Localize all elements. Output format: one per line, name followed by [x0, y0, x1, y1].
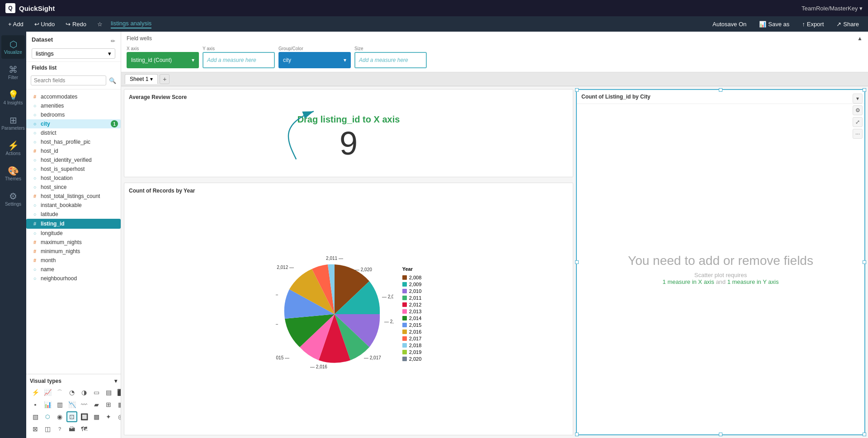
sidebar-item-parameters[interactable]: ⊞ Parameters [1, 111, 25, 135]
legend-2016: 2,016 [402, 329, 422, 334]
vt-tree[interactable]: ▧ [30, 411, 41, 422]
autosave-toggle[interactable]: Autosave On [709, 20, 750, 28]
vt-word[interactable]: 🔲 [79, 411, 90, 422]
search-icon[interactable]: 🔍 [109, 77, 116, 84]
vt-map[interactable]: ⊠ [30, 424, 41, 434]
add-sheet-button[interactable]: + [160, 74, 170, 84]
dataset-selector[interactable]: listings ▾ [32, 48, 115, 59]
vt-line2[interactable]: 📉 [66, 399, 77, 410]
visual-types-section: Visual types ▾ ⚡ 📈 ⌒ ◔ ◑ ▭ ▤ ⬛ ▪ 📊 ▥ 📉 〰… [26, 374, 121, 438]
field-item-neighbourhood[interactable]: ○ neighbourhood [26, 274, 121, 283]
dimension-icon: ○ [32, 139, 38, 145]
vt-hex[interactable]: ⬡ [42, 411, 53, 422]
field-item-host_is_superhost[interactable]: ○ host_is_superhost [26, 165, 121, 174]
vt-bar-combo[interactable]: 📊 [42, 399, 53, 410]
field-item-listing_id[interactable]: # listing_id [26, 219, 121, 229]
vt-gauge[interactable]: ▰ [91, 399, 102, 410]
sheet-tab-1[interactable]: Sheet 1 ▾ [125, 74, 158, 84]
vt-heatmap[interactable]: ▦ [115, 399, 121, 410]
vt-custom[interactable]: ? [54, 424, 65, 434]
field-item-minimum_nights[interactable]: # minimum_nights [26, 247, 121, 256]
undo-button[interactable]: ↩ Undo [32, 20, 58, 28]
field-item-city[interactable]: ○ city 1 [26, 119, 121, 128]
vt-bar-h[interactable]: ▭ [91, 387, 102, 398]
avg-review-panel[interactable]: Average Review Score Drag listing_id to … [124, 89, 573, 177]
vt-pivot[interactable]: ⊞ [103, 399, 114, 410]
size-box[interactable]: Add a measure here [354, 52, 427, 68]
vt-bar-v[interactable]: ⬛ [115, 387, 121, 398]
sidebar-item-settings[interactable]: ⚙ Settings [1, 187, 25, 211]
field-item-latitude[interactable]: ○ latitude [26, 210, 121, 219]
y-axis-box[interactable]: Add a measure here [203, 52, 275, 68]
dimension-icon: ○ [32, 166, 38, 172]
vt-table[interactable]: ▪ [30, 399, 41, 410]
field-name: city [41, 121, 50, 127]
vt-donut[interactable]: ◔ [66, 387, 77, 398]
sidebar-item-visualize[interactable]: ⬡ Visualize [1, 35, 25, 59]
field-item-host_id[interactable]: # host_id [26, 146, 121, 155]
scatter-more-btn[interactable]: ··· [853, 129, 863, 139]
analysis-title[interactable]: listings analysis [111, 20, 151, 28]
field-item-maximum_nights[interactable]: # maximum_nights [26, 238, 121, 247]
vt-mountain[interactable]: 🏔 [66, 424, 77, 434]
sidebar-item-insights[interactable]: 💡 4 Insights [1, 86, 25, 109]
field-item-instant_bookable[interactable]: ○ instant_bookable [26, 201, 121, 210]
vt-target[interactable]: ◎ [115, 411, 121, 422]
visual-types-header[interactable]: Visual types ▾ [30, 378, 117, 384]
export-button[interactable]: ↑ Export [798, 20, 827, 28]
vt-fill[interactable]: ◫ [42, 424, 53, 434]
field-item-amenities[interactable]: ○ amenities [26, 101, 121, 110]
sidebar-item-filter[interactable]: ⌘ Filter [1, 61, 25, 84]
x-axis-box[interactable]: listing_id (Count) ▾ [127, 52, 199, 68]
field-item-host_location[interactable]: ○ host_location [26, 174, 121, 183]
vt-radar[interactable]: ✦ [103, 411, 114, 422]
size-placeholder: Add a measure here [359, 57, 422, 63]
vt-line[interactable]: 📈 [42, 387, 53, 398]
scatter-expand-btn[interactable]: ⤢ [853, 117, 863, 127]
pie-svg: — 2,020 — 2,019 — 2,018 — 2,017 — 2,016 … [276, 255, 393, 373]
share-button[interactable]: ↗ Share [833, 20, 863, 28]
field-item-longitude[interactable]: ○ longitude [26, 229, 121, 238]
sidebar-label-visualize: Visualize [4, 50, 22, 55]
svg-text:— 2,017: — 2,017 [364, 355, 381, 360]
scatter-chevron-btn[interactable]: ▾ [853, 94, 863, 104]
scatter-panel[interactable]: Count of Listing_id by City ▾ ⚙ ⤢ ··· Yo… [576, 89, 865, 435]
scatter-sub: Scatter plot requires 1 measure in X axi… [663, 272, 779, 285]
field-item-bedrooms[interactable]: ○ bedrooms [26, 110, 121, 119]
field-item-accommodates[interactable]: # accommodates [26, 92, 121, 101]
search-input[interactable] [31, 75, 106, 85]
vt-bar-h2[interactable]: ▥ [54, 399, 65, 410]
field-item-month[interactable]: # month [26, 256, 121, 265]
save-as-button[interactable]: 📊 Save as [755, 20, 793, 28]
pie-chart-panel[interactable]: Count of Records by Year [124, 183, 573, 435]
vt-funnel[interactable]: ◉ [54, 411, 65, 422]
sidebar-item-actions[interactable]: ⚡ Actions [1, 137, 25, 160]
field-item-name[interactable]: ○ name [26, 265, 121, 274]
field-item-district[interactable]: ○ district [26, 128, 121, 137]
vt-waterfall[interactable]: 〰 [79, 399, 90, 410]
vt-bar-stacked[interactable]: ▤ [103, 387, 114, 398]
field-item-host_since[interactable]: ○ host_since [26, 183, 121, 192]
vt-choropleth[interactable]: 🗺 [79, 424, 90, 434]
sidebar-item-themes[interactable]: 🎨 Themes [1, 162, 25, 185]
drag-number: 9 [340, 125, 358, 162]
group-color-box[interactable]: city ▾ [278, 52, 351, 68]
field-item-host_total_listings_count[interactable]: # host_total_listings_count [26, 192, 121, 201]
field-name: amenities [41, 103, 64, 109]
edit-dataset-icon[interactable]: ✏ [111, 38, 115, 44]
field-wells-collapse[interactable]: ▲ [857, 35, 863, 42]
vt-scatter[interactable]: ⊡ [66, 411, 77, 422]
legend-2018: 2,018 [402, 343, 422, 348]
charts-area: Average Review Score Drag listing_id to … [121, 86, 868, 438]
vt-area[interactable]: ⌒ [54, 387, 65, 398]
vt-box[interactable]: ▩ [91, 411, 102, 422]
add-button[interactable]: + Add [5, 20, 26, 28]
vt-pie[interactable]: ◑ [79, 387, 90, 398]
vt-kpi[interactable]: ⚡ [30, 387, 41, 398]
field-item-host_identity_verified[interactable]: ○ host_identity_verified [26, 155, 121, 165]
redo-button[interactable]: ↪ Redo [63, 20, 89, 28]
scatter-settings-btn[interactable]: ⚙ [853, 105, 863, 115]
star-button[interactable]: ☆ [94, 20, 105, 28]
dimension-icon: ○ [32, 276, 38, 281]
field-item-host_has_profile_pic[interactable]: ○ host_has_profile_pic [26, 137, 121, 146]
